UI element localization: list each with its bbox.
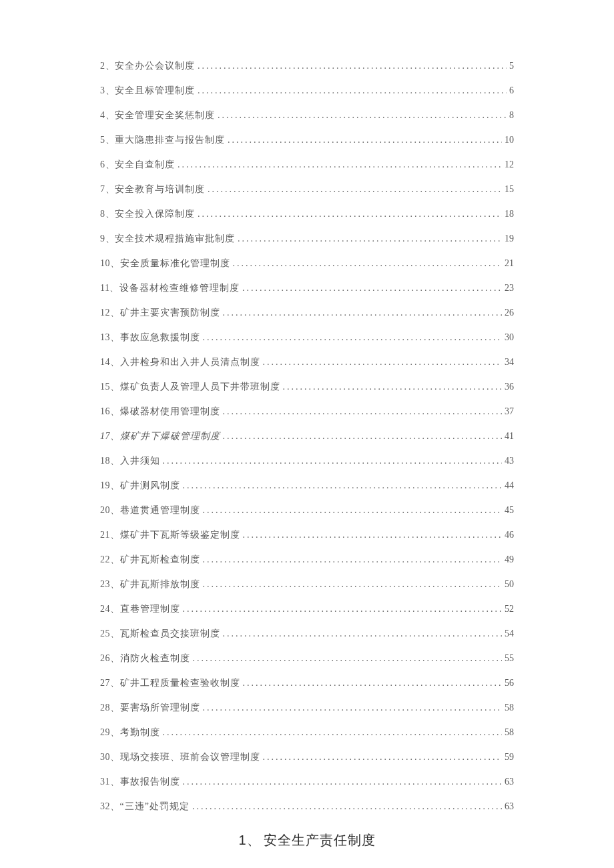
toc-number: 3、 <box>100 85 115 97</box>
toc-page-number: 19 <box>505 234 514 244</box>
toc-page-number: 56 <box>505 678 514 689</box>
toc-title: 煤矿井下爆破管理制度 <box>120 430 220 442</box>
toc-page-number: 63 <box>505 777 514 787</box>
toc-entry: 32、“三违”处罚规定63 <box>100 801 514 813</box>
toc-page-number: 45 <box>505 505 514 516</box>
toc-leader-dots <box>198 209 502 220</box>
toc-number: 32、 <box>100 801 120 813</box>
toc-entry: 25、瓦斯检查员交接班制度54 <box>100 628 514 640</box>
toc-entry: 12、矿井主要灾害预防制度26 <box>100 307 514 319</box>
toc-number: 6、 <box>100 159 115 171</box>
toc-leader-dots <box>283 382 503 392</box>
document-page: 2、安全办公会议制度53、安全且标管理制度64、安全管理安全奖惩制度85、重大隐… <box>0 0 614 868</box>
toc-leader-dots <box>223 431 503 442</box>
toc-leader-dots <box>243 678 503 689</box>
toc-number: 23、 <box>100 578 120 590</box>
toc-entry: 24、直巷管理制度52 <box>100 603 514 615</box>
toc-leader-dots <box>243 530 503 540</box>
toc-title: 安全质量标准化管理制度 <box>120 258 230 270</box>
toc-entry: 3、安全且标管理制度6 <box>100 85 514 97</box>
toc-leader-dots <box>228 135 502 145</box>
toc-number: 12、 <box>100 307 120 319</box>
toc-entry: 6、安全自查制度12 <box>100 159 514 171</box>
heading-number: 1、 <box>238 833 260 847</box>
toc-page-number: 59 <box>505 752 514 763</box>
toc-entry: 18、入井须知43 <box>100 455 514 467</box>
toc-entry: 13、事故应急救援制度30 <box>100 332 514 344</box>
toc-number: 2、 <box>100 60 115 72</box>
toc-number: 24、 <box>100 603 120 615</box>
toc-leader-dots <box>203 554 503 565</box>
toc-page-number: 63 <box>505 801 514 812</box>
toc-leader-dots <box>183 480 503 491</box>
toc-number: 29、 <box>100 727 120 739</box>
toc-page-number: 6 <box>509 85 514 96</box>
toc-number: 7、 <box>100 183 115 195</box>
toc-leader-dots <box>203 579 503 590</box>
toc-number: 10、 <box>100 258 120 270</box>
toc-page-number: 54 <box>505 628 514 639</box>
toc-title: 要害场所管理制度 <box>120 702 200 714</box>
toc-title: 事故报告制度 <box>120 776 180 788</box>
toc-title: 矿井工程质量检查验收制度 <box>120 677 240 689</box>
toc-leader-dots <box>183 777 503 787</box>
toc-page-number: 8 <box>509 110 514 121</box>
toc-title: 矿井瓦斯检查制度 <box>120 554 200 566</box>
toc-title: 安全投入保障制度 <box>115 208 195 220</box>
toc-entry: 14、入井检身和出入井人员清点制度34 <box>100 356 514 368</box>
toc-entry: 19、矿井测风制度44 <box>100 480 514 492</box>
toc-entry: 10、安全质量标准化管理制度21 <box>100 258 514 270</box>
toc-number: 8、 <box>100 208 115 220</box>
toc-leader-dots <box>163 727 503 738</box>
toc-page-number: 12 <box>505 159 514 170</box>
toc-number: 31、 <box>100 776 120 788</box>
toc-leader-dots <box>223 406 503 417</box>
toc-title: 安全且标管理制度 <box>115 85 195 97</box>
toc-page-number: 58 <box>505 727 514 738</box>
toc-number: 14、 <box>100 356 120 368</box>
toc-page-number: 50 <box>505 579 514 590</box>
heading-title: 安全生产责任制度 <box>264 833 376 847</box>
toc-entry: 2、安全办公会议制度5 <box>100 60 514 72</box>
toc-page-number: 49 <box>505 554 514 565</box>
toc-title: 消防火检查制度 <box>120 653 190 665</box>
toc-page-number: 34 <box>505 357 514 368</box>
toc-entry: 9、安全技术规程措施审批制度19 <box>100 233 514 245</box>
toc-page-number: 58 <box>505 703 514 713</box>
toc-page-number: 36 <box>505 382 514 392</box>
toc-leader-dots <box>163 456 503 466</box>
toc-number: 17、 <box>100 430 120 442</box>
toc-title: 重大隐患排查与报告制度 <box>115 134 225 146</box>
toc-page-number: 44 <box>505 480 514 491</box>
toc-leader-dots <box>193 653 503 664</box>
toc-page-number: 23 <box>505 283 514 294</box>
toc-title: 直巷管理制度 <box>120 603 180 615</box>
toc-title: 矿井测风制度 <box>120 480 180 492</box>
toc-number: 16、 <box>100 406 120 418</box>
toc-title: “三违”处罚规定 <box>120 801 190 813</box>
toc-title: 事故应急救援制度 <box>120 332 200 344</box>
toc-entry: 26、消防火检查制度55 <box>100 653 514 665</box>
toc-page-number: 15 <box>505 184 514 195</box>
toc-number: 9、 <box>100 233 115 245</box>
toc-page-number: 5 <box>509 61 514 71</box>
toc-entry: 4、安全管理安全奖惩制度8 <box>100 109 514 121</box>
toc-page-number: 43 <box>505 456 514 466</box>
toc-number: 5、 <box>100 134 115 146</box>
toc-title: 安全办公会议制度 <box>115 60 195 72</box>
toc-leader-dots <box>183 604 503 614</box>
toc-leader-dots <box>192 801 502 812</box>
toc-number: 11、 <box>100 282 119 294</box>
toc-number: 25、 <box>100 628 120 640</box>
toc-leader-dots <box>203 703 503 713</box>
toc-title: 安全教育与培训制度 <box>115 183 205 195</box>
section-heading: 1、安全生产责任制度 <box>100 831 514 849</box>
toc-leader-dots <box>233 258 503 269</box>
toc-leader-dots <box>242 283 502 294</box>
toc-number: 20、 <box>100 504 120 516</box>
toc-entry: 27、矿井工程质量检查验收制度56 <box>100 677 514 689</box>
toc-title: 矿井主要灾害预防制度 <box>120 307 220 319</box>
toc-entry: 5、重大隐患排查与报告制度10 <box>100 134 514 146</box>
toc-title: 瓦斯检查员交接班制度 <box>120 628 220 640</box>
toc-entry: 31、事故报告制度63 <box>100 776 514 788</box>
